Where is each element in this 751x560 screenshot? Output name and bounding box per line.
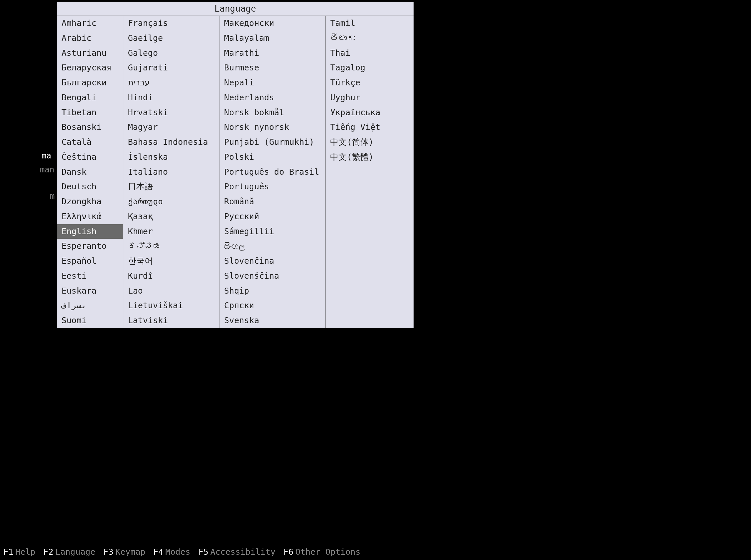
language-option[interactable]: Dzongkha xyxy=(57,194,123,209)
language-option[interactable]: Magyar xyxy=(123,120,219,135)
language-option[interactable]: Čeština xyxy=(57,150,123,165)
language-option[interactable]: Tiếng Việt xyxy=(325,120,413,135)
language-option[interactable]: Slovenčina xyxy=(219,254,325,269)
language-option[interactable]: Sámegillii xyxy=(219,224,325,239)
language-option[interactable]: Hindi xyxy=(123,91,219,105)
language-option[interactable]: Khmer xyxy=(123,224,219,239)
language-option[interactable]: 中文(繁體) xyxy=(325,150,413,165)
language-option[interactable]: Íslenska xyxy=(123,150,219,165)
function-key-f4[interactable]: F4Modes xyxy=(153,547,198,557)
language-option[interactable]: ქართული xyxy=(123,194,219,209)
language-option[interactable]: Català xyxy=(57,135,123,150)
language-option[interactable]: Español xyxy=(57,254,123,269)
language-option[interactable]: Gujarati xyxy=(123,60,219,75)
function-key-label: F2 xyxy=(43,547,55,557)
language-option[interactable]: Bengali xyxy=(57,91,123,105)
language-column: AmharicArabicAsturianuБеларускаяБългарск… xyxy=(57,16,123,328)
function-key-desc: Language xyxy=(55,547,95,557)
function-key-label: F3 xyxy=(103,547,115,557)
function-key-f3[interactable]: F3Keymap xyxy=(103,547,153,557)
language-option[interactable]: Português do Brasil xyxy=(219,165,325,180)
language-option[interactable]: Slovenščina xyxy=(219,269,325,284)
language-option[interactable]: Nepali xyxy=(219,75,325,91)
language-option[interactable]: Marathi xyxy=(219,46,325,61)
function-key-label: F6 xyxy=(283,547,295,557)
background-text: ma xyxy=(42,151,51,160)
language-option[interactable]: Asturianu xyxy=(57,46,123,61)
function-key-desc: Modes xyxy=(165,547,190,557)
language-option[interactable]: Українська xyxy=(325,105,413,120)
language-option[interactable]: Русский xyxy=(219,209,325,224)
language-option[interactable]: Thai xyxy=(325,46,413,61)
language-column: МакедонскиMalayalamMarathiBurmeseNepaliN… xyxy=(219,16,325,328)
language-option[interactable]: Norsk nynorsk xyxy=(219,120,325,135)
language-option[interactable]: Shqip xyxy=(219,284,325,299)
language-option[interactable]: Suomi xyxy=(57,313,123,328)
language-option[interactable]: Српски xyxy=(219,298,325,313)
language-option[interactable]: Malayalam xyxy=(219,31,325,46)
language-option[interactable]: Tagalog xyxy=(325,60,413,75)
language-option[interactable]: Română xyxy=(219,194,325,209)
language-option[interactable]: Dansk xyxy=(57,165,123,180)
function-key-f6[interactable]: F6Other Options xyxy=(283,547,368,557)
language-option[interactable]: Norsk bokmål xyxy=(219,105,325,120)
language-option[interactable]: Arabic xyxy=(57,31,123,46)
language-option[interactable]: Polski xyxy=(219,150,325,165)
language-option[interactable]: Latviski xyxy=(123,313,219,328)
language-columns: AmharicArabicAsturianuБеларускаяБългарск… xyxy=(57,16,413,328)
language-option[interactable]: Български xyxy=(57,75,123,91)
language-option[interactable]: Македонски xyxy=(219,16,325,31)
language-option[interactable]: 日本語 xyxy=(123,179,219,194)
background-text: man xyxy=(40,165,54,174)
language-option[interactable]: עברית xyxy=(123,75,219,91)
language-option[interactable]: Bosanski xyxy=(57,120,123,135)
language-option[interactable]: Ελληνικά xyxy=(57,209,123,224)
language-option[interactable]: Burmese xyxy=(219,60,325,75)
language-option[interactable]: Galego xyxy=(123,46,219,61)
language-option[interactable]: తెలుగు xyxy=(325,31,413,46)
language-option[interactable]: Euskara xyxy=(57,284,123,299)
language-option[interactable]: Punjabi (Gurmukhi) xyxy=(219,135,325,150)
language-option[interactable]: Bahasa Indonesia xyxy=(123,135,219,150)
language-option[interactable]: ಕನ್ನಡ xyxy=(123,239,219,254)
language-option[interactable]: Gaeilge xyxy=(123,31,219,46)
function-key-desc: Other Options xyxy=(295,547,361,557)
function-key-label: F4 xyxy=(153,547,165,557)
function-key-f5[interactable]: F5Accessibility xyxy=(198,547,284,557)
language-option[interactable]: ىسراف xyxy=(57,298,123,313)
language-option[interactable]: Amharic xyxy=(57,16,123,31)
language-option[interactable]: Deutsch xyxy=(57,179,123,194)
language-column: FrançaisGaeilgeGalegoGujaratiעבריתHindiH… xyxy=(123,16,219,328)
language-column: TamilతెలుగుThaiTagalogTürkçeUyghurУкраїн… xyxy=(325,16,413,328)
language-option[interactable]: Türkçe xyxy=(325,75,413,91)
function-key-label: F5 xyxy=(198,547,210,557)
function-key-desc: Help xyxy=(15,547,35,557)
language-option[interactable]: 中文(简体) xyxy=(325,135,413,150)
language-option[interactable]: 한국어 xyxy=(123,254,219,269)
function-key-f1[interactable]: F1Help xyxy=(3,547,43,557)
language-option[interactable]: English xyxy=(57,224,123,239)
language-option[interactable]: Eesti xyxy=(57,269,123,284)
language-option[interactable]: සිංහල xyxy=(219,239,325,254)
function-key-label: F1 xyxy=(3,547,15,557)
language-option[interactable]: Tamil xyxy=(325,16,413,31)
language-option[interactable]: Esperanto xyxy=(57,239,123,254)
background-text: m xyxy=(50,192,55,201)
language-option[interactable]: Nederlands xyxy=(219,91,325,105)
language-option[interactable]: Tibetan xyxy=(57,105,123,120)
language-option[interactable]: Lao xyxy=(123,284,219,299)
language-option[interactable]: Uyghur xyxy=(325,91,413,105)
language-option[interactable]: Беларуская xyxy=(57,60,123,75)
language-option[interactable]: Português xyxy=(219,179,325,194)
language-option[interactable]: Қазақ xyxy=(123,209,219,224)
function-key-f2[interactable]: F2Language xyxy=(43,547,103,557)
language-option[interactable]: Kurdî xyxy=(123,269,219,284)
language-option[interactable]: Italiano xyxy=(123,165,219,180)
language-option[interactable]: Français xyxy=(123,16,219,31)
language-option[interactable]: Lietuviškai xyxy=(123,298,219,313)
language-option[interactable]: Svenska xyxy=(219,313,325,328)
function-key-desc: Keymap xyxy=(115,547,145,557)
language-option[interactable]: Hrvatski xyxy=(123,105,219,120)
language-panel-title: Language xyxy=(57,2,413,16)
function-key-bar: F1HelpF2LanguageF3KeymapF4ModesF5Accessi… xyxy=(3,547,368,557)
